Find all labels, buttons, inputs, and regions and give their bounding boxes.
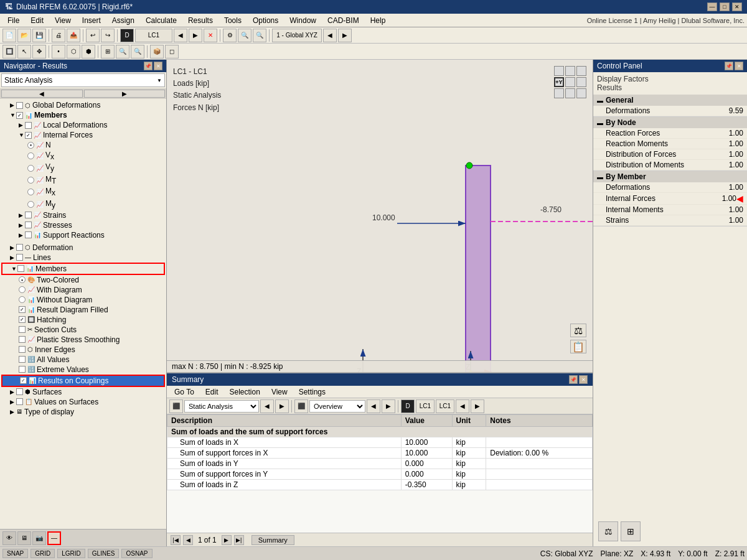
nav-next-button[interactable]: ▶	[84, 90, 166, 98]
tree-item-N[interactable]: 📈 N	[1, 140, 165, 150]
tb-icon-2[interactable]: ⬛	[294, 399, 308, 413]
tree-item-without-diagram[interactable]: 📊 Without Diagram	[1, 295, 165, 305]
view-next[interactable]: ▶	[338, 29, 352, 42]
lc1-label-2[interactable]: LC1	[436, 399, 454, 413]
summary-tab[interactable]: Summary	[251, 535, 294, 545]
camera-button[interactable]: 📷	[32, 531, 46, 545]
menu-help[interactable]: Help	[365, 15, 391, 26]
summary-menu-view[interactable]: View	[266, 386, 293, 398]
tree-item-internal-forces[interactable]: ▼ ✓ 📈 Internal Forces	[1, 130, 165, 140]
summary-menu-goto[interactable]: Go To	[169, 386, 199, 398]
tree-item-Vx[interactable]: 📈 Vx	[1, 150, 165, 162]
tb-icon-1[interactable]: ⬛	[169, 399, 183, 413]
next-view[interactable]: ▶	[382, 399, 395, 413]
radio-without-diagram[interactable]	[19, 296, 26, 303]
checkbox-extreme-values[interactable]	[19, 366, 26, 373]
menu-insert[interactable]: Insert	[77, 15, 106, 26]
cp-pin-button[interactable]: 📌	[725, 62, 733, 70]
checkbox-members-display[interactable]	[17, 265, 24, 272]
summary-menu-settings[interactable]: Settings	[294, 386, 331, 398]
data-row-loads-z[interactable]: Sum of loads in Z -0.350 kip	[167, 480, 593, 490]
next-lc[interactable]: ▶	[189, 29, 202, 42]
lgrid-button[interactable]: LGRID	[57, 549, 85, 558]
summary-close-button[interactable]: ✕	[579, 375, 588, 384]
checkbox-plastic-stress[interactable]	[19, 336, 26, 343]
tree-item-Vy[interactable]: 📈 Vy	[1, 162, 165, 174]
overview-dropdown[interactable]: Overview	[309, 400, 365, 413]
tree-item-result-diagram-filled[interactable]: ✓ 📊 Result Diagram Filled	[1, 305, 165, 315]
tool-2[interactable]: 🔍	[238, 29, 251, 42]
tree-item-results-on-couplings[interactable]: ✓ 📊 Results on Couplings	[1, 375, 165, 387]
navigator-close-button[interactable]: ✕	[154, 62, 162, 70]
data-row-support-y[interactable]: Sum of support forces in Y 0.000 kip	[167, 469, 593, 480]
summary-menu-selection[interactable]: Selection	[225, 386, 265, 398]
cursor-btn[interactable]: ↖	[17, 45, 31, 58]
tool-1[interactable]: ⚙	[223, 29, 237, 42]
tree-item-stresses[interactable]: ▶ 📈 Stresses	[1, 220, 165, 230]
navigator-pin-button[interactable]: 📌	[144, 62, 153, 70]
delete-btn[interactable]: ✕	[204, 29, 217, 42]
menu-cadbim[interactable]: CAD-BIM	[322, 15, 364, 26]
page-prev[interactable]: ◀	[183, 535, 193, 545]
prev-analysis[interactable]: ◀	[260, 399, 274, 413]
redo-button[interactable]: ↪	[101, 29, 115, 42]
analysis-dropdown[interactable]: Static Analysis	[184, 400, 259, 413]
snap-btn[interactable]: 🔲	[2, 45, 16, 58]
tree-item-values-on-surfaces[interactable]: ▶ 📋 Values on Surfaces	[1, 397, 165, 407]
menu-window[interactable]: Window	[284, 15, 321, 26]
checkbox-support-reactions[interactable]	[25, 231, 32, 238]
checkbox-hatching[interactable]: ✓	[19, 316, 26, 323]
cp-close-button[interactable]: ✕	[735, 62, 743, 70]
tree-item-members-display[interactable]: ▼ 📊 Members	[1, 263, 165, 275]
table-icon[interactable]: 📋	[570, 340, 586, 353]
checkbox-values-on-surfaces[interactable]	[16, 398, 23, 405]
save-button[interactable]: 💾	[32, 29, 46, 42]
wire-btn[interactable]: ◻	[165, 45, 179, 58]
radio-Mt[interactable]	[27, 177, 34, 184]
tool-3[interactable]: 🔍	[253, 29, 266, 42]
undo-button[interactable]: ↩	[86, 29, 100, 42]
tree-item-strains[interactable]: ▶ 📈 Strains	[1, 210, 165, 220]
move-btn[interactable]: ✥	[32, 45, 46, 58]
checkbox-surfaces[interactable]	[16, 388, 23, 395]
menu-assign[interactable]: Assign	[107, 15, 139, 26]
summary-pin-button[interactable]: 📌	[569, 375, 578, 384]
print-button[interactable]: 🖨	[52, 29, 65, 42]
menu-view[interactable]: View	[50, 15, 76, 26]
checkbox-inner-edges[interactable]	[19, 346, 26, 353]
checkbox-all-values[interactable]	[19, 356, 26, 363]
node-btn[interactable]: •	[52, 45, 65, 58]
open-button[interactable]: 📂	[17, 29, 31, 42]
balance-icon[interactable]: ⚖	[570, 324, 586, 337]
radio-My[interactable]	[27, 201, 34, 208]
radio-Vy[interactable]	[27, 165, 34, 172]
summary-menu-edit[interactable]: Edit	[200, 386, 223, 398]
view-btn-1[interactable]: D	[120, 29, 134, 42]
cp-scale-icon[interactable]: ⚖	[598, 521, 618, 541]
eye-button[interactable]: 👁	[2, 531, 16, 545]
prev-lc[interactable]: ◀	[174, 29, 187, 42]
checkbox-stresses[interactable]	[25, 222, 32, 228]
minimize-button[interactable]: —	[707, 2, 717, 11]
tree-item-surfaces[interactable]: ▶ ⬢ Surfaces	[1, 387, 165, 397]
view-prev[interactable]: ◀	[323, 29, 337, 42]
menu-edit[interactable]: Edit	[26, 15, 49, 26]
tree-item-two-colored[interactable]: 🎨 Two-Colored	[1, 275, 165, 285]
radio-N[interactable]	[27, 142, 34, 149]
tree-item-type-of-display[interactable]: ▶ 🖥 Type of display	[1, 407, 165, 417]
radio-Vx[interactable]	[27, 152, 34, 159]
checkbox-deformation[interactable]	[16, 244, 23, 251]
tree-item-Mt[interactable]: 📈 MT	[1, 174, 165, 186]
tree-item-plastic-stress[interactable]: 📈 Plastic Stress Smoothing	[1, 335, 165, 345]
tree-item-deformation[interactable]: ▶ ⬡ Deformation	[1, 243, 165, 253]
tree-item-support-reactions[interactable]: ▶ 📊 Support Reactions	[1, 230, 165, 240]
glines-button[interactable]: GLINES	[88, 549, 120, 558]
close-button[interactable]: ✕	[732, 2, 742, 11]
tree-item-global-deformations[interactable]: ▶ ⬡ Global Deformations	[1, 100, 165, 110]
checkbox-global-deformations[interactable]	[16, 102, 23, 109]
nav-prev-button[interactable]: ◀	[1, 90, 83, 98]
tree-item-local-def[interactable]: ▶ 📈 Local Deformations	[1, 120, 165, 130]
checkbox-result-diagram-filled[interactable]: ✓	[19, 306, 26, 313]
monitor-button[interactable]: 🖥	[17, 531, 31, 545]
checkbox-lines[interactable]	[16, 254, 23, 261]
